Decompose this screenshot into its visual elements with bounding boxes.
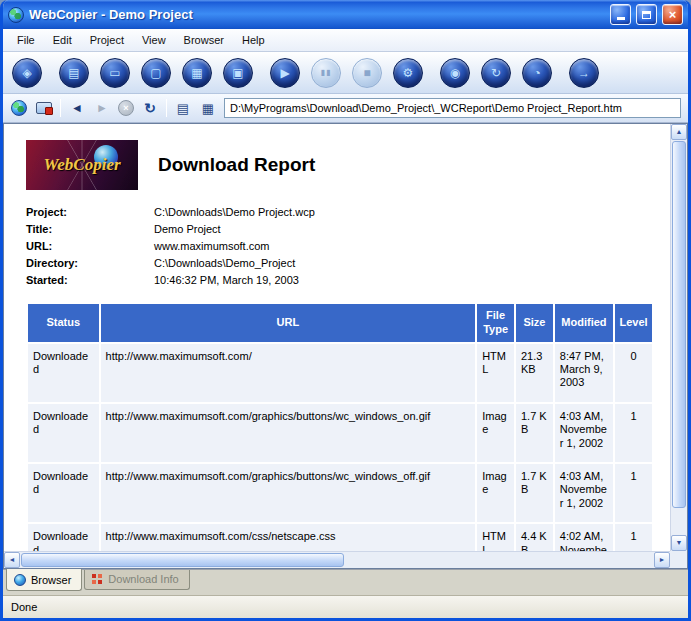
work-offline-button[interactable] (35, 99, 53, 117)
cell-level: 1 (615, 524, 652, 551)
menu-project[interactable]: Project (81, 30, 133, 50)
cell-status: Downloaded (28, 464, 99, 522)
logo-text: WebCopier (43, 155, 120, 175)
stop-download-button[interactable]: ■ (352, 58, 382, 88)
browse-site-button[interactable]: ◉ (440, 58, 470, 88)
col-size: Size (516, 304, 553, 342)
cell-size: 4.4 KB (516, 524, 553, 551)
toolbar-group: ▤ ▭ ▢ ▦ ▣ (59, 58, 253, 88)
cell-url: http://www.maximumsoft.com/graphics/butt… (101, 404, 476, 462)
view-report-button[interactable]: ▦ (199, 99, 217, 117)
menu-file[interactable]: File (8, 30, 44, 50)
status-text: Done (11, 601, 37, 613)
cell-level: 1 (615, 464, 652, 522)
cell-file-type: Image (477, 464, 514, 522)
menu-browser[interactable]: Browser (175, 30, 233, 50)
minimize-button[interactable] (610, 4, 631, 25)
scroll-down-button[interactable]: ▼ (671, 535, 687, 551)
open-project-button[interactable]: ▭ (100, 58, 130, 88)
stop-navigation-button[interactable]: × (118, 100, 134, 116)
tab-browser[interactable]: Browser (6, 569, 82, 591)
tab-label: Download Info (108, 573, 178, 585)
browser-tab-globe-icon (14, 574, 26, 586)
vertical-scroll-track[interactable] (671, 140, 687, 535)
new-project-wizard-button[interactable]: ◈ (12, 58, 42, 88)
table-row: Downloaded http://www.maximumsoft.com/ H… (28, 344, 652, 402)
scrollbar-corner (670, 551, 687, 568)
tab-label: Browser (31, 574, 71, 586)
main-toolbar: ◈ ▤ ▭ ▢ ▦ ▣ ▶ ▮▮ ■ ⚙ ◉ ↻ ◔ → (3, 52, 688, 94)
cell-modified: 4:02 AM, November 1, 2002 (555, 524, 613, 551)
info-label: URL: (26, 240, 154, 252)
toolbar-group: ◈ (12, 58, 42, 88)
cell-level: 1 (615, 404, 652, 462)
save-project-button[interactable]: ▦ (182, 58, 212, 88)
exit-button[interactable]: → (569, 58, 599, 88)
new-project-button[interactable]: ▤ (59, 58, 89, 88)
report-title: Download Report (158, 154, 315, 176)
forward-button[interactable]: ► (93, 99, 111, 117)
cell-url: http://www.maximumsoft.com/ (101, 344, 476, 402)
cell-modified: 8:47 PM, March 9, 2003 (555, 344, 613, 402)
info-row: Started: 10:46:32 PM, March 19, 2003 (26, 271, 654, 288)
scroll-right-button[interactable]: ► (654, 552, 670, 568)
pause-download-button[interactable]: ▮▮ (311, 58, 341, 88)
horizontal-scroll-track[interactable] (20, 552, 654, 568)
info-row: Title: Demo Project (26, 220, 654, 237)
update-site-button[interactable]: ↻ (481, 58, 511, 88)
back-button[interactable]: ◄ (68, 99, 86, 117)
maximize-button[interactable] (636, 4, 657, 25)
menu-edit[interactable]: Edit (44, 30, 81, 50)
table-row: Downloaded http://www.maximumsoft.com/gr… (28, 404, 652, 462)
report-header: WebCopier Download Report (26, 140, 654, 190)
info-label: Title: (26, 223, 154, 235)
info-row: URL: www.maximumsoft.com (26, 237, 654, 254)
info-row: Directory: C:\Downloads\Demo_Project (26, 254, 654, 271)
vertical-scrollbar[interactable]: ▲ ▼ (670, 124, 687, 551)
download-table: Status URL File Type Size Modified Level… (26, 302, 654, 551)
table-header-row: Status URL File Type Size Modified Level (28, 304, 652, 342)
monitor-icon (36, 102, 52, 114)
download-report: WebCopier Download Report Project: C:\Do… (4, 124, 670, 551)
cell-size: 21.3 KB (516, 344, 553, 402)
table-row: Downloaded http://www.maximumsoft.com/gr… (28, 464, 652, 522)
address-input[interactable] (224, 98, 681, 118)
scroll-up-button[interactable]: ▲ (671, 124, 687, 140)
start-download-button[interactable]: ▶ (270, 58, 300, 88)
info-value: 10:46:32 PM, March 19, 2003 (154, 274, 299, 286)
refresh-button[interactable]: ↻ (141, 99, 159, 117)
close-button[interactable]: × (662, 4, 683, 25)
col-url: URL (101, 304, 476, 342)
cell-file-type: HTML (477, 524, 514, 551)
cell-modified: 4:03 AM, November 1, 2002 (555, 404, 613, 462)
view-source-button[interactable]: ▤ (174, 99, 192, 117)
horizontal-scrollbar[interactable]: ◄ ► (4, 551, 670, 568)
webcopier-logo: WebCopier (26, 140, 138, 190)
window-titlebar[interactable]: WebCopier - Demo Project × (3, 0, 688, 29)
schedule-button[interactable]: ◔ (522, 58, 552, 88)
close-project-button[interactable]: ▢ (141, 58, 171, 88)
menu-help[interactable]: Help (233, 30, 274, 50)
menu-view[interactable]: View (133, 30, 175, 50)
horizontal-scroll-thumb[interactable] (21, 553, 344, 567)
browser-pane: WebCopier Download Report Project: C:\Do… (3, 123, 688, 569)
tab-download-info[interactable]: Download Info (84, 570, 189, 590)
globe-icon (11, 100, 27, 116)
cell-file-type: Image (477, 404, 514, 462)
toolbar-group: ◉ ↻ ◔ (440, 58, 552, 88)
print-button[interactable]: ▣ (223, 58, 253, 88)
cell-url: http://www.maximumsoft.com/css/netscape.… (101, 524, 476, 551)
separator (166, 99, 167, 117)
minimize-icon (617, 17, 625, 20)
online-globe-icon[interactable] (10, 99, 28, 117)
app-globe-icon (8, 7, 24, 23)
separator (60, 99, 61, 117)
vertical-scroll-thumb[interactable] (672, 141, 686, 508)
menu-bar: File Edit Project View Browser Help (3, 29, 688, 52)
scroll-left-button[interactable]: ◄ (4, 552, 20, 568)
browser-toolbar: ◄ ► × ↻ ▤ ▦ (3, 94, 688, 123)
cell-modified: 4:03 AM, November 1, 2002 (555, 464, 613, 522)
app-window: WebCopier - Demo Project × File Edit Pro… (0, 0, 691, 621)
download-info-grid-icon (92, 574, 103, 585)
settings-button[interactable]: ⚙ (393, 58, 423, 88)
